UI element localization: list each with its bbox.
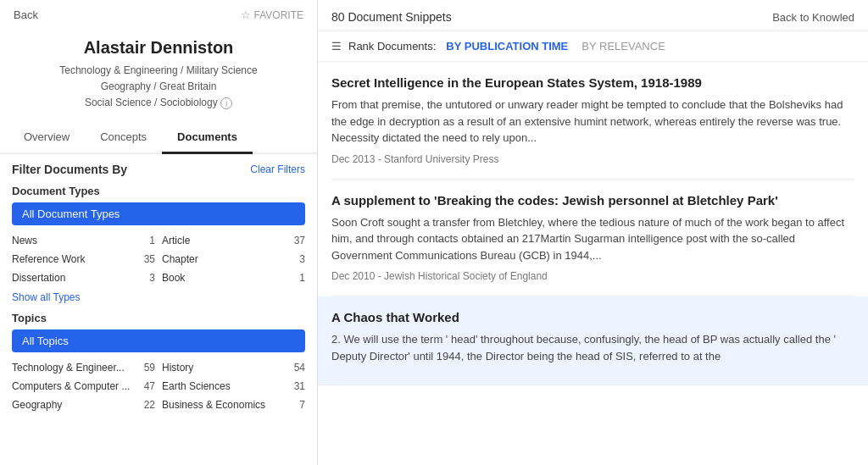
doc-item-3: A Chaos that Worked 2. We will use the t… xyxy=(318,296,868,385)
doc-type-reference-label: Reference Work xyxy=(12,253,85,265)
doc-type-chapter-count: 3 xyxy=(299,253,305,265)
doc-type-dissertation-count: 3 xyxy=(149,272,155,284)
topic-history-count: 54 xyxy=(294,362,305,374)
rank-label: Rank Documents: xyxy=(348,40,436,53)
person-header: Alastair Denniston Technology & Engineer… xyxy=(0,21,317,122)
topic-computers-count: 47 xyxy=(144,380,155,392)
doc-type-book-label: Book xyxy=(162,272,185,284)
tab-overview[interactable]: Overview xyxy=(8,122,85,154)
filter-row-dissertation[interactable]: Dissertation 3 xyxy=(12,269,155,286)
person-categories: Technology & Engineering / Military Scie… xyxy=(14,63,303,112)
back-nav: Back ☆ FAVORITE xyxy=(0,0,317,21)
category-1: Technology & Engineering / Military Scie… xyxy=(14,63,303,79)
doc-excerpt-2: Soon Croft sought a transfer from Bletch… xyxy=(331,214,854,264)
right-panel: 80 Document Snippets Back to Knowled ☰ R… xyxy=(318,0,868,465)
left-panel: Back ☆ FAVORITE Alastair Denniston Techn… xyxy=(0,0,318,465)
topics-grid: Technology & Engineer... 59 History 54 C… xyxy=(12,359,305,413)
doc-title-3[interactable]: A Chaos that Worked xyxy=(331,310,854,324)
filter-title: Filter Documents By xyxy=(12,163,127,176)
category-3: Social Science / Sociobiology i xyxy=(14,95,303,111)
star-icon: ☆ xyxy=(241,8,251,21)
doc-type-reference-count: 35 xyxy=(144,253,155,265)
all-topics-pill[interactable]: All Topics xyxy=(12,329,305,352)
doc-type-chapter-label: Chapter xyxy=(162,253,198,265)
doc-type-news-count: 1 xyxy=(149,235,155,246)
category-2: Geography / Great Britain xyxy=(14,79,303,95)
topic-geography-count: 22 xyxy=(144,399,155,411)
tabs-row: Overview Concepts Documents xyxy=(0,122,317,154)
back-to-knowledge-button[interactable]: Back to Knowled xyxy=(772,11,854,24)
favorite-button[interactable]: ☆ FAVORITE xyxy=(241,8,303,21)
clear-filters-button[interactable]: Clear Filters xyxy=(250,163,305,175)
topic-tech-count: 59 xyxy=(144,362,155,374)
doc-type-book-count: 1 xyxy=(299,272,305,284)
right-header: 80 Document Snippets Back to Knowled xyxy=(318,0,868,31)
filter-row-business[interactable]: Business & Economics 7 xyxy=(162,396,305,413)
doc-excerpt-1: From that premise, the untutored or unwa… xyxy=(331,97,854,147)
topic-geography-label: Geography xyxy=(12,399,62,411)
tab-concepts[interactable]: Concepts xyxy=(85,122,162,154)
doc-type-article-label: Article xyxy=(162,235,190,246)
topics-heading: Topics xyxy=(12,312,305,324)
tab-documents[interactable]: Documents xyxy=(162,122,253,154)
all-doc-types-pill[interactable]: All Document Types xyxy=(12,202,305,225)
filter-row-chapter[interactable]: Chapter 3 xyxy=(162,251,305,268)
topic-computers-label: Computers & Computer ... xyxy=(12,380,130,392)
doc-item-1: Secret Intelligence in the European Stat… xyxy=(331,62,854,180)
topic-history-label: History xyxy=(162,362,193,374)
filter-header: Filter Documents By Clear Filters xyxy=(12,163,305,176)
filter-row-reference[interactable]: Reference Work 35 xyxy=(12,251,155,268)
rank-row: ☰ Rank Documents: BY PUBLICATION TIME BY… xyxy=(318,31,868,62)
filter-row-book[interactable]: Book 1 xyxy=(162,269,305,286)
doc-type-news-label: News xyxy=(12,235,37,246)
documents-list: Secret Intelligence in the European Stat… xyxy=(318,62,868,465)
filter-row-geography[interactable]: Geography 22 xyxy=(12,396,155,413)
back-button[interactable]: Back xyxy=(14,8,38,21)
filter-row-history[interactable]: History 54 xyxy=(162,359,305,376)
doc-title-1[interactable]: Secret Intelligence in the European Stat… xyxy=(331,75,854,90)
filter-row-tech[interactable]: Technology & Engineer... 59 xyxy=(12,359,155,376)
doc-excerpt-3: 2. We will use the term ' head' througho… xyxy=(331,331,854,364)
rank-filter-icon: ☰ xyxy=(331,40,342,53)
topic-business-count: 7 xyxy=(299,399,305,411)
doc-type-dissertation-label: Dissertation xyxy=(12,272,65,284)
filter-row-news[interactable]: News 1 xyxy=(12,232,155,249)
topic-tech-label: Technology & Engineer... xyxy=(12,362,125,374)
snippet-count: 80 Document Snippets xyxy=(331,10,452,24)
filter-row-earth[interactable]: Earth Sciences 31 xyxy=(162,378,305,395)
filter-section: Filter Documents By Clear Filters Docume… xyxy=(0,154,317,465)
doc-meta-1: Dec 2013 - Stanford University Press xyxy=(331,153,854,165)
topic-earth-label: Earth Sciences xyxy=(162,380,231,392)
filter-row-computers[interactable]: Computers & Computer ... 47 xyxy=(12,378,155,395)
filter-row-article[interactable]: Article 37 xyxy=(162,232,305,249)
rank-by-relevance-button[interactable]: BY RELEVANCE xyxy=(578,38,669,54)
rank-by-publication-button[interactable]: BY PUBLICATION TIME xyxy=(442,38,571,54)
doc-title-2[interactable]: A supplement to 'Breaking the codes: Jew… xyxy=(331,193,854,208)
doc-item-2: A supplement to 'Breaking the codes: Jew… xyxy=(331,180,854,297)
show-all-types-link[interactable]: Show all Types xyxy=(12,291,305,303)
doc-types-grid: News 1 Article 37 Reference Work 35 Chap… xyxy=(12,232,305,286)
doc-meta-2: Dec 2010 - Jewish Historical Society of … xyxy=(331,270,854,282)
person-name: Alastair Denniston xyxy=(14,38,303,58)
doc-type-article-count: 37 xyxy=(294,235,305,246)
doc-types-heading: Document Types xyxy=(12,185,305,197)
topic-earth-count: 31 xyxy=(294,380,305,392)
topic-business-label: Business & Economics xyxy=(162,399,265,411)
info-icon[interactable]: i xyxy=(220,97,232,109)
